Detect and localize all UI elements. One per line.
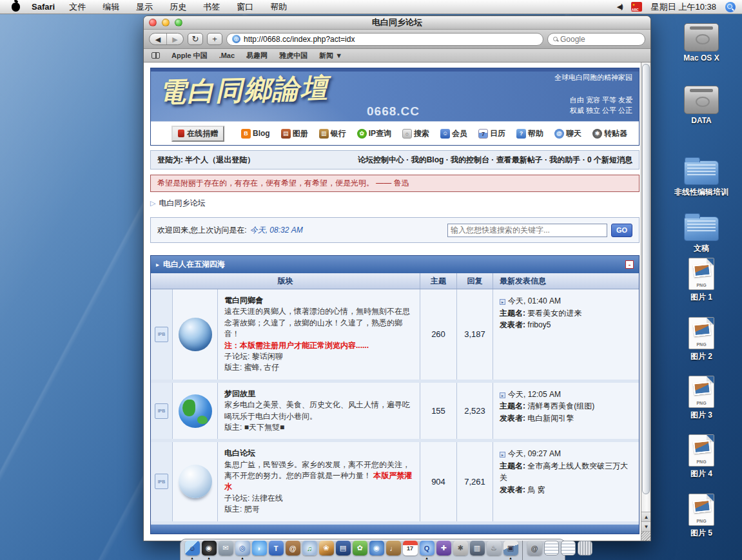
scrollbar-thumb[interactable]	[642, 64, 650, 494]
nav-ip-lookup[interactable]: ✿IP查询	[357, 128, 391, 139]
volume-icon[interactable]: ◀)	[617, 3, 622, 11]
dock-minimized-window-2[interactable]	[560, 541, 576, 555]
add-bookmark-button[interactable]: +	[207, 33, 222, 45]
desktop-icon-image1[interactable]: PNG 图片 1	[665, 258, 737, 303]
goto-last-post-icon[interactable]: ▸	[500, 452, 505, 458]
forum-link[interactable]: 电白论坛	[224, 449, 255, 458]
desktop-icon-image2[interactable]: PNG 图片 2	[665, 317, 737, 362]
breadcrumb-forum-link[interactable]: 电白同乡论坛	[159, 198, 205, 209]
category-title[interactable]: 电白人在五湖四海	[163, 259, 225, 270]
google-search-input[interactable]	[560, 35, 639, 44]
dock-item-finder[interactable]: ☺	[184, 541, 200, 555]
dock-item-font-book[interactable]: ✚	[436, 541, 451, 555]
dock-item-quicktime[interactable]: Q	[419, 541, 434, 555]
scroll-up-arrow[interactable]: ▲	[641, 512, 650, 521]
dock-item-safari[interactable]: ◎	[235, 541, 250, 555]
menu-help[interactable]: 帮助	[270, 1, 287, 13]
go-button[interactable]: GO	[611, 224, 632, 237]
nav-chat[interactable]: @聊天	[554, 128, 581, 139]
menu-app-name[interactable]: Safari	[32, 2, 55, 12]
moderators[interactable]: 版主: 肥哥	[224, 504, 413, 515]
input-method-icon[interactable]: ★	[631, 2, 642, 12]
desktop-icon-data[interactable]: DATA	[665, 86, 737, 125]
dock-item-ichat[interactable]: ◗	[251, 541, 267, 555]
bookmarks-book-icon[interactable]	[151, 52, 160, 59]
dock-minimized-window-1[interactable]	[543, 541, 559, 555]
moderators[interactable]: 版主: ■天下無雙■	[224, 422, 413, 433]
goto-last-post-icon[interactable]: ▸	[500, 392, 505, 398]
address-input[interactable]	[244, 35, 538, 44]
bookmark-apple-china[interactable]: Apple 中国	[171, 51, 208, 61]
nav-album[interactable]: ▤图册	[281, 128, 308, 139]
dock-item-final-cut[interactable]: ▥	[469, 541, 485, 555]
login-status[interactable]: 登陆为: 半个人（退出登陆）	[157, 155, 255, 166]
desktop-icon-folder-documents[interactable]: 文稿	[665, 213, 737, 254]
last-poster-link[interactable]: friboy5	[527, 320, 551, 329]
donate-button[interactable]: 在线捐赠	[171, 126, 224, 142]
address-bar[interactable]: ⊕	[226, 33, 543, 46]
last-topic-link[interactable]: 清鲜粤西美食(组图)	[527, 401, 594, 410]
nav-search[interactable]: ○搜索	[402, 128, 429, 139]
nav-calendar[interactable]: 7日历	[478, 128, 505, 139]
apple-menu-icon[interactable]	[12, 3, 20, 12]
collapse-button[interactable]: -	[625, 260, 634, 269]
title-bar[interactable]: 电白同乡论坛	[144, 16, 650, 30]
subforum-link[interactable]: 子论坛: 法律在线	[224, 493, 413, 504]
dock-item-system-preferences[interactable]: ✱	[453, 541, 468, 555]
dock-item-dashboard[interactable]: ◉	[201, 541, 217, 555]
desktop-icon-macosx[interactable]: Mac OS X	[665, 23, 737, 63]
back-forward-buttons[interactable]: ◀ ▶	[149, 33, 184, 45]
dock-item-address-book[interactable]: @	[285, 541, 300, 555]
menu-file[interactable]: 文件	[69, 1, 86, 13]
desktop-icon-image5[interactable]: PNG 图片 5	[665, 494, 737, 539]
last-topic-link[interactable]: 要看美女的进来	[527, 309, 581, 318]
nav-reposter[interactable]: ✱转贴器	[592, 128, 627, 139]
dock-item-textedit[interactable]: T	[268, 541, 284, 555]
quick-search-input[interactable]	[447, 224, 607, 237]
dock-item-trash[interactable]	[577, 541, 592, 555]
desktop-icon-image4[interactable]: PNG 图片 4	[665, 434, 737, 479]
menubar-clock[interactable]: 星期日 上午10:38	[651, 1, 716, 13]
moderators[interactable]: 版主: 蜜蜂, 古仔	[224, 362, 413, 373]
reload-button[interactable]: ↻	[188, 33, 203, 45]
dock-item-iweb[interactable]: ✿	[352, 541, 367, 555]
nav-members[interactable]: ☺会员	[440, 128, 467, 139]
last-poster-link[interactable]: 鳥 窝	[527, 485, 545, 494]
nav-help[interactable]: ?帮助	[516, 128, 543, 139]
dock-item-garageband[interactable]: ♩	[386, 541, 401, 555]
forum-link[interactable]: 梦回故里	[224, 389, 255, 398]
bookmark-dotmac[interactable]: .Mac	[219, 52, 235, 59]
desktop-icon-folder-editing-training[interactable]: 非线性编辑培训	[665, 157, 737, 198]
menu-window[interactable]: 窗口	[237, 1, 253, 13]
nav-bank[interactable]: ▥银行	[319, 128, 346, 139]
dock-item-itunes[interactable]: ♫	[302, 541, 317, 555]
spotlight-icon[interactable]	[725, 2, 736, 12]
dock-item-ical[interactable]: 17	[402, 541, 418, 555]
dock-item-mail[interactable]: ✉	[218, 541, 233, 555]
menu-edit[interactable]: 编辑	[103, 1, 119, 13]
category-header[interactable]: ▸ 电白人在五湖四海 -	[151, 256, 639, 273]
forward-button[interactable]: ▶	[166, 34, 183, 44]
dock-item-toast[interactable]: ♨	[486, 541, 502, 555]
menu-view[interactable]: 显示	[136, 1, 153, 13]
last-poster-link[interactable]: 电白新闻引擎	[527, 414, 574, 423]
scroll-down-arrow[interactable]: ▼	[641, 521, 650, 531]
vertical-scrollbar[interactable]: ▲ ▼	[641, 63, 650, 541]
user-links[interactable]: 论坛控制中心 · 我的Blog · 我的控制台 · 查看最新帖子 · 我的助手 …	[358, 155, 632, 166]
bookmark-eachnet[interactable]: 易趣网	[246, 51, 268, 61]
google-search-field[interactable]	[547, 33, 645, 46]
menu-bookmarks[interactable]: 书签	[203, 1, 220, 13]
subforum-link[interactable]: 子论坛: 黎话闲聊	[224, 351, 413, 362]
bookmark-yahoo-china[interactable]: 雅虎中国	[279, 51, 308, 61]
dock-item-iphoto[interactable]: ❀	[318, 541, 334, 555]
back-button[interactable]: ◀	[150, 34, 166, 44]
desktop-icon-image3[interactable]: PNG 图片 3	[665, 376, 737, 421]
dock-item-mail-server[interactable]: @	[527, 541, 542, 555]
resize-grip[interactable]	[641, 531, 650, 541]
forum-link[interactable]: 電白同鄉會	[224, 296, 263, 305]
dock-item-image-capture[interactable]: ▣	[503, 541, 518, 555]
goto-last-post-icon[interactable]: ▸	[500, 299, 505, 305]
dock-item-imovie[interactable]: ▤	[335, 541, 351, 555]
nav-blog[interactable]: BBlog	[241, 129, 270, 139]
bookmark-news-menu[interactable]: 新闻 ▼	[319, 51, 342, 61]
